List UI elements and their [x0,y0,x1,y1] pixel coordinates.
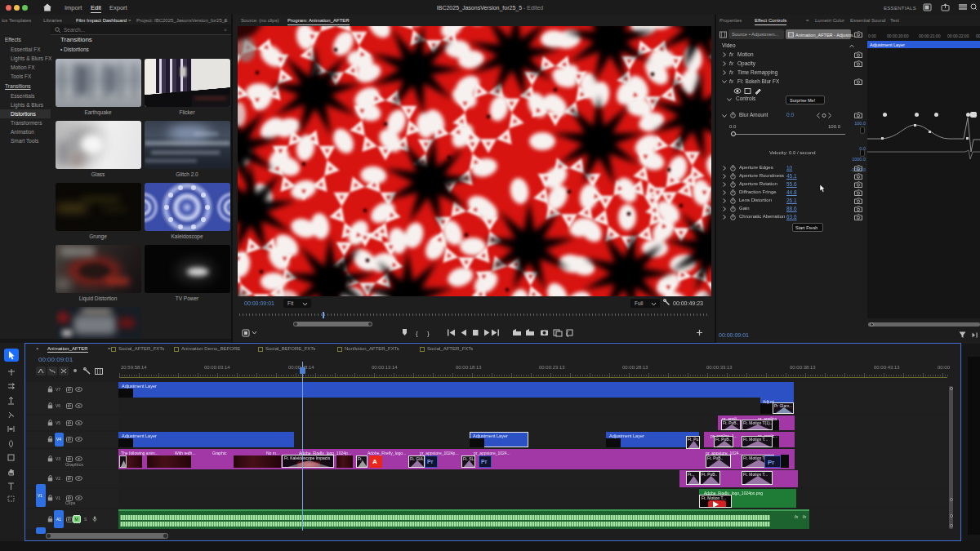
svg-text:{: { [416,330,418,337]
svg-text:}: } [427,330,430,337]
